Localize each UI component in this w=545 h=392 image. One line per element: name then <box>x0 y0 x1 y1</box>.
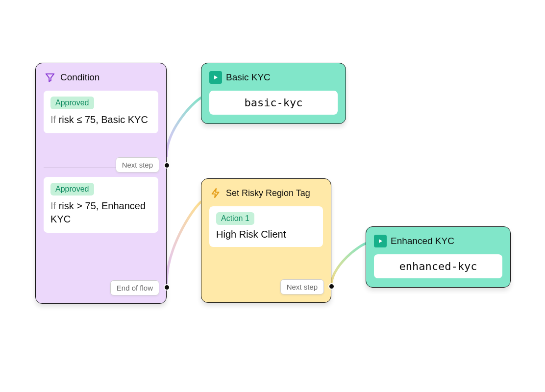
play-icon <box>374 235 387 247</box>
basic-kyc-title: Basic KYC <box>226 72 271 83</box>
end-of-flow-port[interactable]: End of flow <box>110 280 159 295</box>
next-step-port-2[interactable]: Next step <box>280 279 324 294</box>
port-dot <box>164 162 170 169</box>
enhanced-kyc-slug[interactable]: enhanced-kyc <box>374 254 502 278</box>
rule-text: If risk ≤ 75, Basic KYC <box>50 113 151 126</box>
basic-kyc-slug[interactable]: basic-kyc <box>209 91 338 115</box>
funnel-icon <box>44 71 56 84</box>
port-dot <box>328 283 335 290</box>
bolt-icon <box>209 187 222 199</box>
action-badge: Action 1 <box>216 212 254 225</box>
condition-title: Condition <box>60 72 99 83</box>
connector-condition-to-risky <box>163 196 207 289</box>
status-badge: Approved <box>50 183 94 196</box>
enhanced-kyc-node[interactable]: Enhanced KYC enhanced-kyc <box>366 226 511 288</box>
condition-node[interactable]: Condition Approved If risk ≤ 75, Basic K… <box>35 63 167 304</box>
action-text: High Risk Client <box>216 229 316 240</box>
enhanced-kyc-title: Enhanced KYC <box>391 236 454 246</box>
connector-condition-to-basic <box>163 93 207 162</box>
rule-card-2[interactable]: Approved If risk > 75, Enhanced KYC <box>44 177 158 233</box>
rule-text: If risk > 75, Enhanced KYC <box>50 199 151 226</box>
play-icon <box>209 71 222 84</box>
risky-tag-title: Set Risky Region Tag <box>226 188 310 198</box>
rule-card-1[interactable]: Approved If risk ≤ 75, Basic KYC <box>44 91 158 133</box>
next-step-port-1[interactable]: Next step <box>116 157 159 172</box>
port-dot <box>164 284 170 291</box>
status-badge: Approved <box>50 97 94 109</box>
workflow-canvas[interactable]: Condition Approved If risk ≤ 75, Basic K… <box>0 0 545 392</box>
basic-kyc-node[interactable]: Basic KYC basic-kyc <box>201 63 346 124</box>
action-card[interactable]: Action 1 High Risk Client <box>209 206 323 247</box>
risky-tag-node[interactable]: Set Risky Region Tag Action 1 High Risk … <box>201 178 331 303</box>
